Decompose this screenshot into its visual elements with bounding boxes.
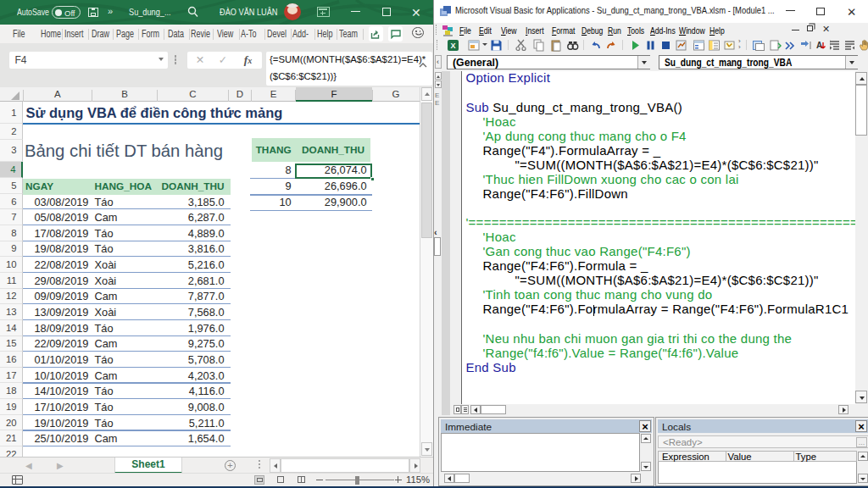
svg-text:A: A (816, 41, 822, 50)
svg-text:X: X (450, 42, 455, 50)
